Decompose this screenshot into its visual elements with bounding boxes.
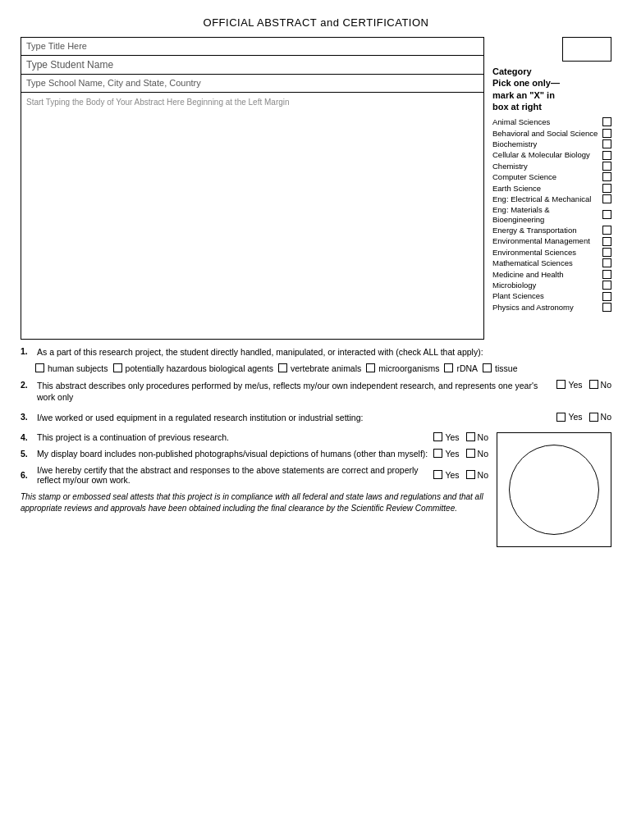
- category-name-14: Microbiology: [492, 281, 599, 290]
- category-name-8: Eng: Materials & Bioengineering: [492, 205, 599, 224]
- category-checkbox-13[interactable]: [602, 270, 611, 279]
- category-checkbox-10[interactable]: [602, 237, 611, 246]
- q3-no-checkbox[interactable]: [589, 413, 598, 422]
- q1-number: 1.: [21, 346, 32, 356]
- category-checkbox-0[interactable]: [602, 117, 611, 126]
- q1-checkbox-4[interactable]: rDNA: [444, 363, 478, 373]
- category-checkbox-11[interactable]: [602, 248, 611, 257]
- category-checkbox-7[interactable]: [602, 194, 611, 203]
- q1-cb-3[interactable]: [366, 363, 375, 372]
- category-item-16: Physics and Astronomy: [492, 303, 611, 312]
- q3-text: I/we worked or used equipment in a regul…: [37, 412, 552, 424]
- page-title: OFFICIAL ABSTRACT and CERTIFICATION: [21, 16, 611, 29]
- q1-checkboxes: human subjectspotentially hazardous biol…: [35, 363, 611, 373]
- q5-no-label: No: [478, 449, 488, 459]
- category-checkbox-1[interactable]: [602, 129, 611, 138]
- q5-no-item[interactable]: No: [466, 449, 488, 459]
- q1-cb-label-5: tissue: [495, 363, 517, 373]
- q1-checkbox-3[interactable]: microorganisms: [366, 363, 439, 373]
- category-name-4: Chemistry: [492, 162, 599, 171]
- q4-text: This project is a continuation of previo…: [37, 432, 428, 442]
- title-field[interactable]: Type Title Here: [21, 38, 483, 56]
- q4-no-checkbox[interactable]: [466, 432, 475, 441]
- q6-number: 6.: [21, 470, 32, 480]
- q3-yes-label: Yes: [568, 412, 582, 422]
- stamp-circle: [509, 445, 599, 535]
- category-name-9: Energy & Transportation: [492, 226, 599, 235]
- q6-no-item[interactable]: No: [466, 470, 488, 480]
- q3-yes-no: Yes No: [556, 412, 611, 422]
- q3-yes-checkbox[interactable]: [556, 413, 566, 422]
- student-name-field[interactable]: Type Student Name: [21, 56, 483, 75]
- q5-text: My display board includes non-published …: [37, 449, 428, 459]
- q1-checkbox-5[interactable]: tissue: [483, 363, 517, 373]
- q3-number: 3.: [21, 412, 32, 422]
- q3-yes-item[interactable]: Yes: [556, 412, 582, 422]
- q1-cb-1[interactable]: [113, 363, 122, 372]
- q5-yes-item[interactable]: Yes: [433, 449, 459, 459]
- question-6: 6. I/we hereby certify that the abstract…: [21, 465, 488, 485]
- q2-number: 2.: [21, 380, 32, 390]
- q1-cb-label-4: rDNA: [456, 363, 478, 373]
- q4-yes-label: Yes: [445, 432, 459, 442]
- q5-yes-label: Yes: [445, 449, 459, 459]
- category-checkbox-8[interactable]: [602, 210, 611, 219]
- q1-cb-5[interactable]: [483, 363, 492, 372]
- category-item-2: Biochemistry: [492, 139, 611, 148]
- q5-yes-checkbox[interactable]: [433, 449, 442, 458]
- q5-no-checkbox[interactable]: [466, 449, 475, 458]
- category-checkbox-3[interactable]: [602, 151, 611, 160]
- q4-no-label: No: [478, 432, 488, 442]
- category-checkbox-top[interactable]: [562, 37, 611, 62]
- category-checkbox-14[interactable]: [602, 281, 611, 290]
- q3-no-item[interactable]: No: [589, 412, 611, 422]
- q6-no-label: No: [478, 470, 488, 480]
- abstract-body-field[interactable]: Start Typing the Body of Your Abstract H…: [21, 93, 483, 339]
- category-checkbox-4[interactable]: [602, 162, 611, 171]
- category-checkbox-5[interactable]: [602, 172, 611, 181]
- category-name-15: Plant Sciences: [492, 291, 599, 300]
- category-name-2: Biochemistry: [492, 139, 599, 148]
- q4-yes-no: Yes No: [433, 432, 488, 442]
- category-item-0: Animal Sciences: [492, 117, 611, 126]
- q1-cb-4[interactable]: [444, 363, 453, 372]
- q6-yes-item[interactable]: Yes: [433, 470, 459, 480]
- question-4: 4. This project is a continuation of pre…: [21, 432, 488, 442]
- q1-cb-label-2: vertebrate animals: [291, 363, 361, 373]
- q4-no-item[interactable]: No: [466, 432, 488, 442]
- q2-no-checkbox[interactable]: [589, 380, 598, 389]
- category-checkbox-12[interactable]: [602, 258, 611, 267]
- category-name-5: Computer Science: [492, 172, 599, 181]
- category-checkbox-16[interactable]: [602, 303, 611, 312]
- category-name-1: Behavioral and Social Science: [492, 129, 599, 138]
- q2-yes-item[interactable]: Yes: [556, 380, 582, 390]
- q4-yes-item[interactable]: Yes: [433, 432, 459, 442]
- category-column: Category Pick one only— mark an "X" in b…: [484, 37, 611, 340]
- category-checkbox-2[interactable]: [602, 139, 611, 148]
- category-name-0: Animal Sciences: [492, 117, 599, 126]
- category-checkbox-9[interactable]: [602, 226, 611, 235]
- category-item-10: Environmental Management: [492, 236, 611, 245]
- category-checkbox-15[interactable]: [602, 292, 611, 301]
- q1-text: As a part of this research project, the …: [37, 346, 611, 358]
- category-name-12: Mathematical Sciences: [492, 258, 599, 267]
- q6-yes-checkbox[interactable]: [433, 470, 442, 479]
- q2-yes-checkbox[interactable]: [556, 380, 566, 389]
- q2-no-item[interactable]: No: [589, 380, 611, 390]
- q1-checkbox-1[interactable]: potentially hazardous biological agents: [113, 363, 273, 373]
- q4-yes-checkbox[interactable]: [433, 432, 442, 441]
- q1-checkbox-2[interactable]: vertebrate animals: [278, 363, 361, 373]
- q1-checkbox-0[interactable]: human subjects: [35, 363, 108, 373]
- category-list: Animal Sciences Behavioral and Social Sc…: [492, 117, 611, 312]
- q6-no-checkbox[interactable]: [466, 470, 475, 479]
- school-field[interactable]: Type School Name, City and State, Countr…: [21, 75, 483, 93]
- category-label: Category Pick one only— mark an "X" in b…: [492, 66, 611, 112]
- form-area: Type Title Here Type Student Name Type S…: [21, 37, 484, 340]
- category-item-13: Medicine and Health: [492, 270, 611, 279]
- category-item-9: Energy & Transportation: [492, 226, 611, 235]
- q1-cb-0[interactable]: [35, 363, 44, 372]
- category-checkbox-6[interactable]: [602, 184, 611, 193]
- category-item-12: Mathematical Sciences: [492, 258, 611, 267]
- q2-no-label: No: [601, 380, 611, 390]
- q1-cb-2[interactable]: [278, 363, 287, 372]
